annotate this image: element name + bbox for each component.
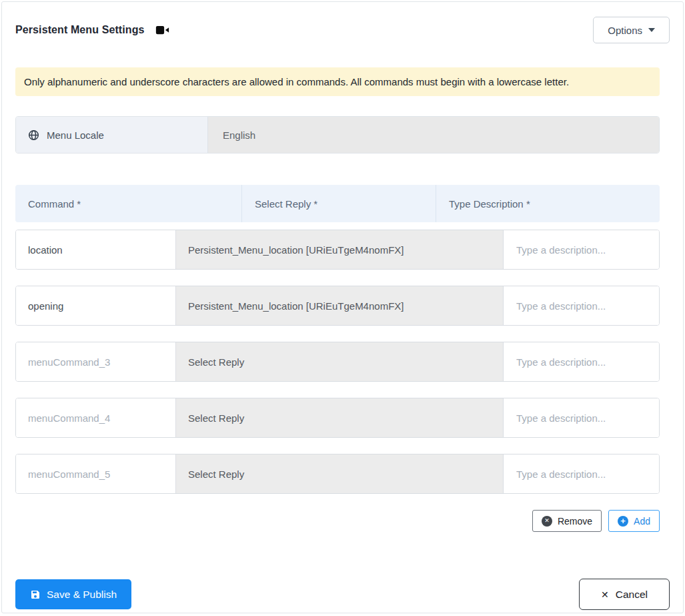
add-row-button[interactable]: + Add <box>608 510 660 532</box>
persistent-menu-settings-card: Persistent Menu Settings Options Only al… <box>1 1 684 613</box>
table-row: Select Reply <box>15 398 660 438</box>
menu-locale-label-cell: Menu Locale <box>16 117 208 153</box>
options-button-label: Options <box>608 25 642 36</box>
menu-locale-label: Menu Locale <box>47 129 104 141</box>
table-header: Command * Select Reply * Type Descriptio… <box>15 185 660 222</box>
menu-locale-value[interactable]: English <box>208 117 659 153</box>
add-button-label: Add <box>634 516 650 527</box>
x-icon: ✕ <box>601 589 609 600</box>
table-row: Select Reply <box>15 342 660 382</box>
row-actions: ✕ Remove + Add <box>15 510 660 532</box>
command-rules-alert: Only alphanumeric and underscore charact… <box>15 67 660 96</box>
cancel-button[interactable]: ✕ Cancel <box>579 579 670 610</box>
command-input[interactable] <box>16 286 176 325</box>
column-header-command: Command * <box>15 185 242 222</box>
column-header-type-description: Type Description * <box>436 185 660 222</box>
page-title: Persistent Menu Settings <box>15 24 145 36</box>
command-input[interactable] <box>16 398 176 437</box>
save-icon <box>30 589 41 600</box>
description-input[interactable] <box>504 230 659 269</box>
chevron-down-icon <box>648 28 655 32</box>
video-camera-icon <box>155 25 169 35</box>
save-publish-button[interactable]: Save & Publish <box>15 579 131 609</box>
options-button[interactable]: Options <box>593 17 670 43</box>
command-input[interactable] <box>16 454 176 493</box>
table-row: Select Reply <box>15 454 660 494</box>
column-header-select-reply: Select Reply * <box>242 185 436 222</box>
reply-select[interactable]: Persistent_Menu_location [URiEuTgeM4nomF… <box>176 286 504 325</box>
description-input[interactable] <box>504 286 659 325</box>
card-footer: Save & Publish ✕ Cancel <box>15 579 670 610</box>
save-button-label: Save & Publish <box>47 589 117 601</box>
menu-locale-row: Menu Locale English <box>15 116 660 153</box>
remove-row-button[interactable]: ✕ Remove <box>532 510 602 532</box>
reply-select[interactable]: Select Reply <box>176 342 504 381</box>
globe-icon <box>28 129 39 141</box>
reply-select[interactable]: Select Reply <box>176 454 504 493</box>
description-input[interactable] <box>504 398 659 437</box>
description-input[interactable] <box>504 342 659 381</box>
remove-button-label: Remove <box>558 516 592 527</box>
alert-text: Only alphanumeric and underscore charact… <box>24 76 569 87</box>
reply-select[interactable]: Persistent_Menu_location [URiEuTgeM4nomF… <box>176 230 504 269</box>
card-header: Persistent Menu Settings Options <box>15 15 670 45</box>
command-input[interactable] <box>16 342 176 381</box>
description-input[interactable] <box>504 454 659 493</box>
table-row: Persistent_Menu_location [URiEuTgeM4nomF… <box>15 286 660 326</box>
circle-plus-icon: + <box>618 516 628 527</box>
reply-select[interactable]: Select Reply <box>176 398 504 437</box>
table-row: Persistent_Menu_location [URiEuTgeM4nomF… <box>15 230 660 270</box>
cancel-button-label: Cancel <box>616 589 648 601</box>
command-input[interactable] <box>16 230 176 269</box>
circle-x-icon: ✕ <box>542 516 552 527</box>
